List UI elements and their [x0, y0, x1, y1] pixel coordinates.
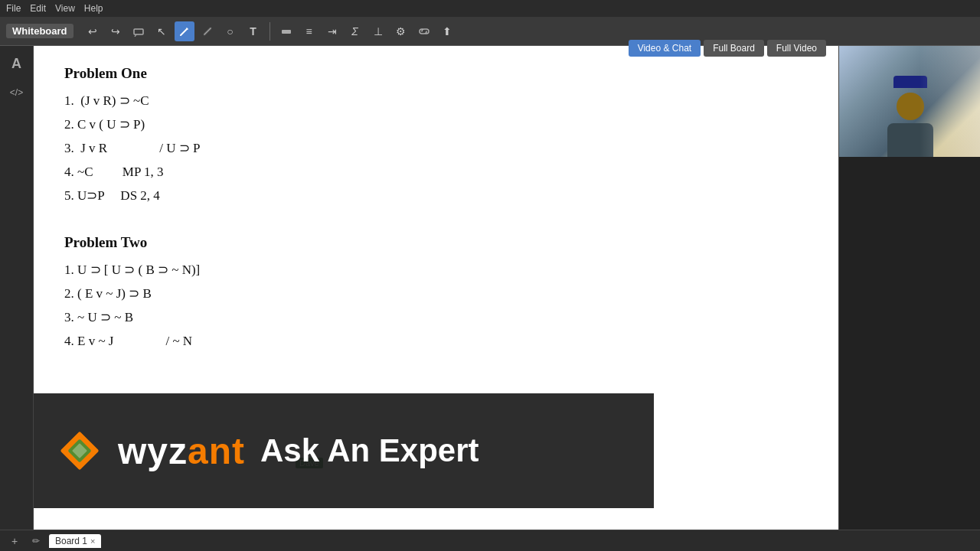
upload-tool[interactable]: ⬆: [437, 21, 457, 41]
right-panel: [838, 46, 980, 530]
indent-tool[interactable]: ⇥: [322, 21, 342, 41]
bottom-bar: + ✏ Board 1 ×: [0, 530, 980, 551]
problem-one-line-3: 3. J v R / U ⊃ P: [64, 138, 808, 160]
wyzant-text-ant: ant: [188, 431, 245, 471]
lines-tool[interactable]: ≡: [299, 21, 319, 41]
highlight-tool[interactable]: [276, 21, 296, 41]
svg-rect-0: [134, 29, 143, 34]
sidebar-code-tool[interactable]: </>: [5, 81, 28, 104]
menu-edit[interactable]: Edit: [30, 3, 46, 14]
menu-help[interactable]: Help: [84, 3, 103, 14]
toolbar-separator: [270, 22, 270, 41]
title-bar: File Edit View Help: [0, 0, 980, 17]
board-tab-close[interactable]: ×: [90, 536, 95, 546]
wyzant-tagline: Ask An Expert: [260, 432, 479, 469]
canvas-area[interactable]: Problem One 1. (J v R) ⊃ ~C 2. C v ( U ⊃…: [34, 46, 838, 530]
video-chat-button[interactable]: Video & Chat: [629, 40, 701, 57]
text-tool[interactable]: T: [243, 21, 263, 41]
pen-tool[interactable]: [175, 21, 194, 41]
problem-two-line-2: 2. ( E v ~ J) ⊃ B: [64, 283, 808, 305]
board-tab[interactable]: Board 1 ×: [49, 534, 101, 548]
video-feed: [839, 46, 980, 157]
add-board-button[interactable]: +: [6, 533, 23, 549]
toolbar: Whiteboard ↩ ↪ ↖ ○ T ≡ ⇥ Σ ⊥ ⚙ ⬆ Video &…: [0, 17, 980, 46]
svg-rect-6: [282, 30, 291, 34]
undo-button[interactable]: ↩: [83, 21, 103, 41]
settings-tool[interactable]: ⚙: [391, 21, 411, 41]
circle-tool[interactable]: ○: [220, 21, 240, 41]
wyzant-logo: [57, 428, 103, 474]
problem-two-line-3: 3. ~ U ⊃ ~ B: [64, 307, 808, 329]
problem-one-line-2: 2. C v ( U ⊃ P): [64, 114, 808, 136]
main-area: A </> Problem One 1. (J v R) ⊃ ~C 2. C v…: [0, 46, 980, 530]
problem-two-line-4: 4. E v ~ J / ~ N: [64, 331, 808, 353]
video-feed-inner: [839, 46, 980, 157]
svg-line-2: [181, 29, 187, 35]
full-video-button[interactable]: Full Video: [767, 40, 826, 57]
whiteboard-content: Problem One 1. (J v R) ⊃ ~C 2. C v ( U ⊃…: [34, 46, 838, 391]
graph-tool[interactable]: ⊥: [368, 21, 388, 41]
problem-two-line-1: 1. U ⊃ [ U ⊃ ( B ⊃ ~ N)]: [64, 259, 808, 282]
problem-two-title: Problem Two: [64, 230, 808, 255]
wyzant-banner: wyzant Ask An Expert: [34, 393, 654, 508]
link-tool[interactable]: [414, 21, 434, 41]
problem-one-title: Problem One: [64, 61, 808, 86]
view-buttons: Video & Chat Full Board Full Video: [629, 34, 832, 63]
select-tool[interactable]: ↖: [152, 21, 172, 41]
problem-one-line-4: 4. ~C MP 1, 3: [64, 161, 808, 184]
left-sidebar: A </>: [0, 46, 34, 530]
problem-two-section: Problem Two 1. U ⊃ [ U ⊃ ( B ⊃ ~ N)] 2. …: [64, 230, 808, 353]
problem-one-line-1: 1. (J v R) ⊃ ~C: [64, 90, 808, 112]
highlighter-tool[interactable]: [198, 21, 217, 41]
svg-line-5: [204, 28, 211, 34]
sidebar-text-tool[interactable]: A: [5, 52, 28, 75]
problem-one-section: Problem One 1. (J v R) ⊃ ~C 2. C v ( U ⊃…: [64, 61, 808, 207]
menu-bar: File Edit View Help: [6, 3, 103, 14]
wyzant-text-wyz: wyz: [118, 431, 188, 471]
pencil-icon: ✏: [28, 533, 44, 549]
window-light: [920, 46, 980, 157]
wyzant-brand-text: wyzant: [118, 430, 245, 472]
menu-view[interactable]: View: [55, 3, 75, 14]
redo-button[interactable]: ↪: [106, 21, 126, 41]
board-tab-label: Board 1: [55, 536, 87, 546]
sigma-tool[interactable]: Σ: [345, 21, 365, 41]
full-board-button[interactable]: Full Board: [704, 40, 764, 57]
problem-one-line-5: 5. U⊃P DS 2, 4: [64, 185, 808, 207]
menu-file[interactable]: File: [6, 3, 21, 14]
whiteboard-title-label: Whiteboard: [6, 24, 74, 38]
eraser-tool[interactable]: [129, 21, 149, 41]
